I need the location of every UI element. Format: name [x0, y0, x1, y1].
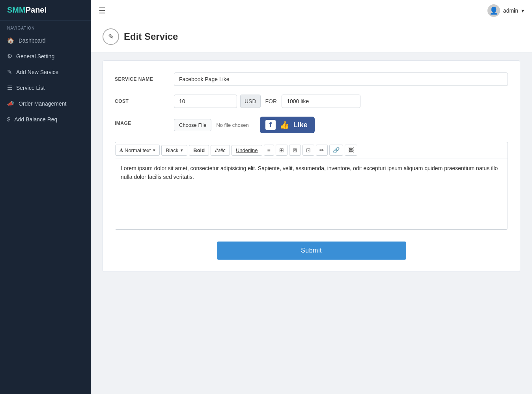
indent-right-button[interactable]: ⊡: [302, 145, 314, 156]
edit-page-icon: ✎: [108, 32, 114, 41]
sidebar-item-label: Add New Service: [16, 69, 58, 75]
dropdown-arrow-icon: ▾: [521, 7, 524, 14]
color-label: Black: [166, 147, 178, 153]
sidebar-item-dashboard[interactable]: 🏠 Dashboard: [0, 33, 91, 48]
cost-input[interactable]: [174, 95, 237, 108]
color-button[interactable]: Black ▾: [161, 145, 187, 156]
normal-text-label: Normal text: [125, 147, 151, 153]
sidebar-item-add-balance-req[interactable]: $ Add Balance Req: [0, 112, 91, 127]
image-icon: 🖼: [348, 147, 354, 153]
editor-content: Lorem ipsum dolor sit amet, consectetur …: [121, 165, 498, 180]
content-area: ✎ Edit Service SERVICE NAME COST USD FOR: [91, 21, 532, 394]
sidebar-item-label: Add Balance Req: [14, 116, 57, 123]
list-icon: ≡: [267, 147, 271, 153]
sidebar-item-general-setting[interactable]: ⚙ General Setting: [0, 48, 91, 64]
avatar: 👤: [487, 4, 500, 17]
page-title: Edit Service: [124, 31, 178, 42]
indent-left-icon: ⊠: [293, 147, 297, 153]
grid-icon: ⊞: [279, 147, 284, 153]
sidebar-item-label: General Setting: [16, 53, 54, 59]
image-row: IMAGE Choose File No file chosen f 👍 Lik…: [115, 117, 508, 133]
gear-icon: ⚙: [7, 53, 12, 60]
underline-button[interactable]: Underline: [231, 145, 262, 156]
image-button[interactable]: 🖼: [345, 145, 357, 156]
header: ☰ 👤 admin ▾: [91, 0, 532, 21]
brand-smm: SMM: [7, 6, 26, 14]
sidebar-item-label: Dashboard: [19, 37, 46, 44]
thumbsup-icon: 👍: [280, 120, 289, 130]
brand-panel: Panel: [26, 6, 47, 14]
for-label: FOR: [264, 98, 279, 104]
indent-right-icon: ⊡: [306, 147, 311, 153]
service-name-row: SERVICE NAME: [115, 72, 508, 86]
home-icon: 🏠: [7, 37, 15, 44]
list-icon: ☰: [7, 84, 12, 91]
hamburger-button[interactable]: ☰: [99, 6, 106, 15]
file-input-wrapper: Choose File No file chosen: [174, 119, 249, 131]
choose-file-button[interactable]: Choose File: [174, 119, 211, 131]
main-wrapper: ☰ 👤 admin ▾ ✎ Edit Service SERVICE NAME: [91, 0, 532, 394]
submit-button[interactable]: Submit: [217, 242, 406, 260]
italic-button[interactable]: Italic: [211, 145, 230, 156]
user-name: admin: [503, 7, 518, 14]
brand-logo: SMMPanel: [0, 0, 91, 20]
quantity-input[interactable]: [282, 95, 360, 108]
header-left: ☰: [99, 6, 106, 15]
page-title-icon: ✎: [103, 28, 119, 45]
font-icon: 𝐀: [119, 147, 123, 153]
chevron-down-icon: ▾: [181, 148, 183, 153]
editor-toolbar: 𝐀 Normal text ▾ Black ▾ Bold Italic Unde…: [115, 142, 508, 158]
sidebar-item-label: Order Management: [19, 100, 66, 107]
cost-label: COST: [115, 95, 166, 104]
list-button[interactable]: ≡: [264, 145, 274, 156]
megaphone-icon: 📣: [7, 100, 15, 107]
normal-text-button[interactable]: 𝐀 Normal text ▾: [115, 145, 160, 156]
bold-button[interactable]: Bold: [189, 145, 209, 156]
no-file-text: No file chosen: [216, 122, 248, 128]
sidebar-item-order-management[interactable]: 📣 Order Management: [0, 96, 91, 112]
editor-body[interactable]: Lorem ipsum dolor sit amet, consectetur …: [115, 158, 508, 229]
grid-button[interactable]: ⊞: [276, 145, 287, 156]
indent-left-button[interactable]: ⊠: [289, 145, 301, 156]
facebook-f-icon: f: [265, 120, 276, 130]
image-label: IMAGE: [115, 117, 166, 126]
currency-label: USD: [240, 95, 261, 108]
link-icon: 🔗: [333, 147, 340, 153]
submit-row: Submit: [115, 242, 508, 260]
chevron-down-icon: ▾: [153, 148, 155, 153]
service-name-label: SERVICE NAME: [115, 72, 166, 82]
service-name-control: [174, 72, 508, 86]
like-text: Like: [293, 121, 308, 129]
sidebar-item-add-new-service[interactable]: ✎ Add New Service: [0, 64, 91, 80]
editor-container: 𝐀 Normal text ▾ Black ▾ Bold Italic Unde…: [115, 142, 508, 230]
service-name-input[interactable]: [174, 72, 508, 86]
edit-icon: ✎: [7, 69, 12, 76]
link-button[interactable]: 🔗: [329, 145, 343, 156]
edit-service-card: SERVICE NAME COST USD FOR IMAGE: [103, 60, 520, 272]
sidebar: SMMPanel NAVIGATION 🏠 Dashboard ⚙ Genera…: [0, 0, 91, 394]
pencil-button[interactable]: ✏: [316, 145, 328, 156]
cost-row: COST USD FOR: [115, 95, 508, 108]
image-control: Choose File No file chosen f 👍 Like: [174, 117, 508, 133]
sidebar-item-service-list[interactable]: ☰ Service List: [0, 80, 91, 96]
dollar-icon: $: [7, 116, 10, 123]
page-title-bar: ✎ Edit Service: [91, 21, 532, 52]
pencil-icon: ✏: [319, 147, 324, 153]
user-menu[interactable]: 👤 admin ▾: [487, 4, 524, 17]
nav-label: NAVIGATION: [0, 20, 91, 33]
sidebar-item-label: Service List: [16, 85, 45, 91]
cost-control: USD FOR: [174, 95, 508, 108]
facebook-like-badge: f 👍 Like: [260, 117, 315, 133]
